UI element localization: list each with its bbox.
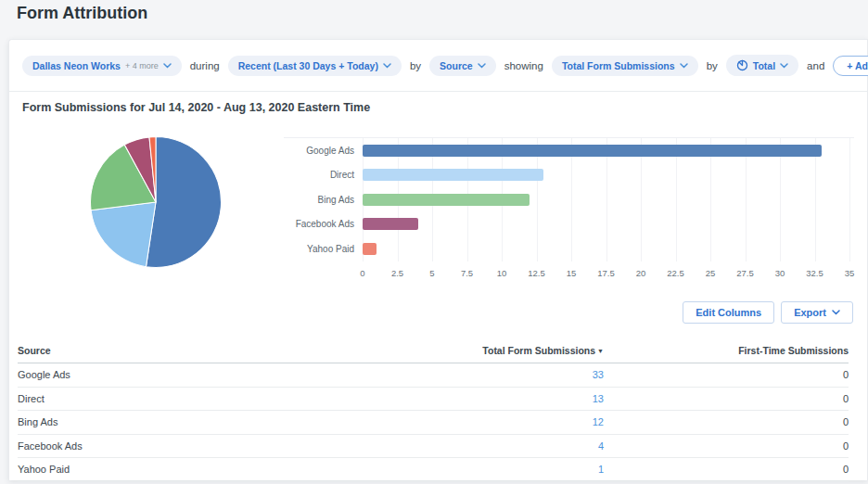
x-axis-tick: 32.5 — [806, 268, 823, 278]
account-more-count: + 4 more — [125, 61, 159, 70]
bar-category-label: Bing Ads — [284, 195, 363, 205]
chevron-down-icon — [383, 63, 391, 69]
source-cell: Bing Ads — [18, 416, 344, 427]
x-axis-tick: 27.5 — [736, 268, 754, 278]
x-axis-tick: 5 — [429, 268, 434, 278]
bar-track — [363, 218, 849, 230]
bar-direct[interactable] — [363, 169, 543, 181]
filter-bar: Dallas Neon Works + 4 more during Recent… — [9, 40, 867, 92]
by-label-2: by — [707, 60, 718, 71]
x-axis-tick: 15 — [567, 268, 577, 278]
edit-columns-label: Edit Columns — [696, 307, 761, 318]
source-cell: Facebook Ads — [18, 440, 344, 452]
first-time-cell: 0 — [604, 416, 849, 427]
export-button[interactable]: Export — [781, 301, 853, 324]
x-axis-tick: 7.5 — [461, 268, 473, 278]
chevron-down-icon — [832, 310, 840, 315]
add-filter-label: + Add Filter — [847, 60, 868, 71]
bar-google-ads[interactable] — [363, 145, 822, 157]
bar-chart: Google Ads Direct Bing Ads Facebook Ads … — [284, 137, 854, 293]
bar-category-label: Google Ads — [284, 146, 363, 156]
bar-row: Bing Ads — [284, 187, 854, 212]
table-row: Yahoo Paid 1 0 — [18, 458, 849, 482]
x-axis-tick: 20 — [636, 268, 646, 278]
chevron-down-icon — [780, 63, 788, 69]
total-submissions-link[interactable]: 13 — [593, 393, 604, 404]
chart-heading: Form Submissions for Jul 14, 2020 - Aug … — [22, 101, 370, 114]
total-submissions-link[interactable]: 12 — [593, 416, 604, 427]
x-axis-tick: 0 — [360, 268, 364, 278]
bar-facebook-ads[interactable] — [363, 218, 418, 230]
chevron-down-icon — [680, 63, 688, 69]
first-time-cell: 0 — [604, 440, 849, 452]
bar-category-label: Facebook Ads — [284, 219, 363, 229]
account-selector-label: Dallas Neon Works — [32, 60, 121, 71]
date-range-label: Recent (Last 30 Days + Today) — [238, 60, 378, 71]
x-axis-tick: 10 — [497, 268, 507, 278]
x-axis-tick: 17.5 — [597, 268, 615, 278]
table-row: Google Ads 33 0 — [18, 363, 849, 388]
export-label: Export — [794, 307, 826, 318]
pie-chart-icon — [736, 59, 748, 71]
attribution-table: Source Total Form Submissions▼ First-Tim… — [18, 338, 849, 482]
column-header-first-time-submissions[interactable]: First-Time Submissions — [604, 345, 849, 356]
source-cell: Yahoo Paid — [18, 464, 344, 475]
x-axis-tick: 12.5 — [528, 268, 545, 278]
and-label: and — [807, 60, 824, 71]
table-actions: Edit Columns Export — [683, 301, 853, 324]
pie-slice-direct[interactable] — [91, 202, 156, 267]
bar-track — [363, 194, 849, 206]
sort-descending-icon: ▼ — [597, 348, 604, 354]
account-selector[interactable]: Dallas Neon Works + 4 more — [22, 56, 182, 76]
chevron-down-icon — [478, 63, 486, 69]
bar-category-label: Yahoo Paid — [284, 244, 363, 254]
bar-row: Yahoo Paid — [284, 236, 854, 261]
aggregation-label: Total — [753, 60, 775, 71]
table-row: Facebook Ads 4 0 — [18, 435, 849, 459]
total-submissions-link[interactable]: 33 — [593, 369, 604, 380]
group-by-selector[interactable]: Source — [429, 56, 496, 76]
table-row: Direct 13 0 — [18, 388, 849, 412]
edit-columns-button[interactable]: Edit Columns — [683, 301, 774, 324]
column-header-source[interactable]: Source — [18, 345, 344, 356]
by-label: by — [410, 60, 421, 71]
pie-chart — [89, 135, 223, 269]
bar-category-label: Direct — [284, 170, 363, 180]
aggregation-selector[interactable]: Total — [726, 55, 798, 76]
x-axis: 02.557.51012.51517.52022.52527.53032.535 — [363, 268, 849, 279]
page-title: Form Attribution — [17, 4, 147, 23]
pie-chart-svg — [89, 135, 223, 269]
metric-selector[interactable]: Total Form Submissions — [552, 56, 698, 76]
add-filter-button[interactable]: + Add Filter — [833, 56, 868, 76]
showing-label: showing — [504, 60, 543, 71]
source-cell: Google Ads — [18, 369, 344, 380]
bar-bing-ads[interactable] — [363, 194, 530, 206]
first-time-cell: 0 — [604, 369, 849, 380]
date-range-selector[interactable]: Recent (Last 30 Days + Today) — [228, 56, 402, 76]
bar-yahoo-paid[interactable] — [363, 243, 377, 255]
during-label: during — [190, 60, 220, 71]
group-by-label: Source — [440, 60, 473, 71]
table-row: Bing Ads 12 0 — [18, 411, 849, 435]
x-axis-tick: 25 — [706, 268, 716, 278]
table-header-row: Source Total Form Submissions▼ First-Tim… — [18, 338, 849, 363]
bar-track — [363, 145, 849, 157]
bar-row: Direct — [284, 163, 854, 188]
column-header-label: Total Form Submissions — [482, 345, 595, 356]
metric-label: Total Form Submissions — [562, 60, 675, 71]
pie-slice-google-ads[interactable] — [146, 137, 221, 268]
column-header-total-form-submissions[interactable]: Total Form Submissions▼ — [344, 345, 604, 356]
report-card: Dallas Neon Works + 4 more during Recent… — [8, 39, 868, 480]
x-axis-tick: 22.5 — [667, 268, 684, 278]
x-axis-tick: 30 — [775, 268, 785, 278]
chevron-down-icon — [163, 63, 172, 69]
bar-row: Facebook Ads — [284, 212, 854, 237]
bar-track — [363, 243, 849, 255]
bar-row: Google Ads — [284, 138, 854, 163]
source-cell: Direct — [18, 393, 344, 404]
x-axis-tick: 2.5 — [391, 268, 403, 278]
first-time-cell: 0 — [604, 464, 849, 475]
x-axis-tick: 35 — [845, 268, 855, 278]
bar-track — [363, 169, 849, 181]
first-time-cell: 0 — [604, 393, 849, 404]
